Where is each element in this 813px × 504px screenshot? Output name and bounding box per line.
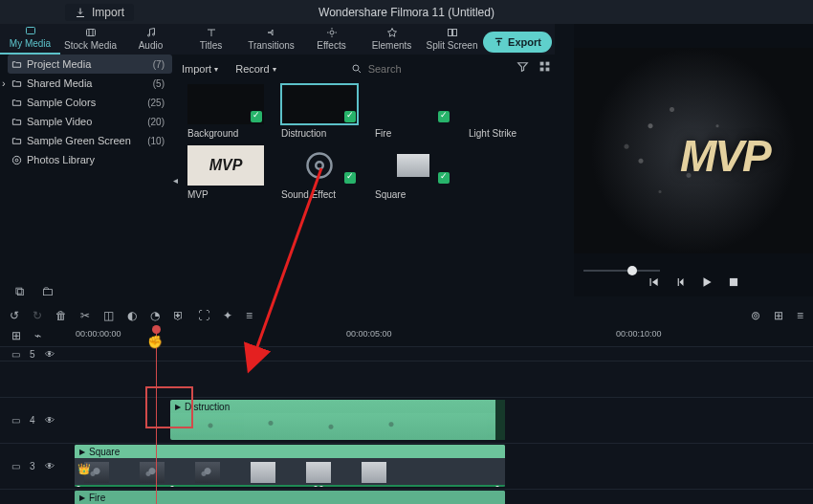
tab-transitions[interactable]: Transitions [241, 27, 301, 55]
keyframe-dot[interactable] [319, 486, 323, 487]
track-visibility-icon[interactable]: 👁 [45, 415, 55, 426]
filter-icon[interactable] [516, 59, 529, 77]
titlebar-import-label: Import [92, 6, 124, 19]
keyframe-dot[interactable] [77, 486, 80, 487]
browser-record-label: Record [235, 63, 269, 75]
search-icon [351, 63, 363, 75]
track-toggle-icon[interactable]: ▭ [11, 461, 20, 471]
svg-rect-11 [546, 62, 550, 66]
folder-project-media[interactable]: Project Media (7) [8, 55, 172, 74]
expand-icon[interactable]: ⛶ [198, 309, 209, 322]
keyframe-dot[interactable] [314, 486, 318, 487]
track-visibility-icon[interactable]: 👁 [45, 349, 55, 360]
track-visibility-icon[interactable]: 👁 [45, 461, 55, 471]
folder-sample-colors[interactable]: Sample Colors (25) [8, 93, 172, 112]
folder-sample-green-screen[interactable]: Sample Green Screen (10) [8, 131, 172, 150]
tab-label: Elements [372, 40, 412, 51]
svg-rect-0 [26, 28, 34, 34]
search-input[interactable] [368, 63, 473, 75]
timeline-clip-square[interactable]: ▶Square 👑 [75, 445, 505, 487]
more-icon[interactable]: ≡ [246, 309, 253, 322]
folder-shared-media[interactable]: › Shared Media (5) [8, 74, 172, 93]
folder-sample-video[interactable]: Sample Video (20) [8, 112, 172, 131]
svg-point-15 [316, 162, 323, 169]
svg-point-7 [12, 156, 20, 164]
track-toggle-icon[interactable]: ▭ [11, 415, 20, 426]
delete-icon[interactable]: 🗑 [55, 309, 67, 322]
tab-my-media[interactable]: My Media [0, 25, 60, 55]
clip-edge[interactable] [495, 400, 505, 440]
timeline-clip-fire[interactable]: ▶Fire [75, 491, 505, 504]
settings-icon[interactable]: ⊞ [774, 309, 783, 322]
tab-label: Effects [317, 40, 345, 51]
svg-rect-12 [540, 68, 544, 72]
slider-knob[interactable] [627, 266, 637, 275]
undo-icon[interactable]: ↺ [10, 309, 19, 322]
folder-count: (20) [147, 117, 165, 127]
tab-titles[interactable]: Titles [181, 27, 241, 55]
browser-import-dropdown[interactable]: Import ▾ [182, 63, 218, 75]
clip-label: Light Strike [469, 128, 545, 139]
clip-video-icon: ▶ [79, 448, 85, 456]
media-clip-square[interactable]: Square [375, 145, 451, 200]
check-icon [344, 111, 356, 122]
tab-effects[interactable]: Effects [301, 27, 362, 55]
timeline-clip-distruction[interactable]: ▶Distruction [170, 400, 505, 440]
preview-video[interactable]: MVP [574, 48, 813, 253]
track-number: 4 [30, 415, 35, 426]
check-icon [344, 172, 356, 184]
tab-split-screen[interactable]: Split Screen [422, 27, 482, 55]
cut-icon[interactable]: ✂ [80, 309, 90, 322]
folder-photos-library[interactable]: Photos Library [8, 150, 172, 169]
svg-point-4 [330, 31, 334, 34]
crop-icon[interactable]: ◫ [103, 309, 114, 322]
tab-label: Transitions [248, 40, 295, 51]
folder-label: Sample Green Screen [27, 135, 131, 146]
media-clip-distruction[interactable]: Distruction [281, 84, 358, 139]
folder-label: Project Media [27, 58, 91, 70]
prev-frame-button[interactable] [647, 275, 660, 289]
menu-icon[interactable]: ≡ [797, 309, 803, 322]
new-bin-icon[interactable]: ⧉ [15, 284, 24, 299]
svg-point-2 [147, 34, 149, 36]
folder-label: Sample Colors [27, 97, 96, 108]
svg-point-3 [152, 33, 154, 35]
export-button[interactable]: Export [483, 32, 552, 53]
keyframe-icon[interactable]: ✦ [223, 309, 232, 322]
media-clip-background[interactable]: Background [187, 84, 264, 139]
grid-view-icon[interactable] [538, 59, 551, 77]
timeline-ruler[interactable]: 00:00:00:00 00:00:05:00 00:00:10:00 [11, 329, 813, 342]
browser-record-dropdown[interactable]: Record ▾ [235, 63, 275, 75]
new-folder-icon[interactable]: 🗀 [41, 284, 54, 299]
play-button[interactable] [700, 275, 714, 289]
redo-icon[interactable]: ↻ [33, 309, 42, 322]
folder-count: (5) [153, 78, 165, 89]
tab-label: Stock Media [64, 40, 117, 51]
collapse-sidebar-icon[interactable]: ◂ [173, 175, 178, 186]
tab-stock-media[interactable]: Stock Media [60, 27, 121, 55]
media-clip-light-strike[interactable]: Light Strike [469, 84, 545, 139]
playhead[interactable] [156, 327, 157, 504]
stop-button[interactable] [727, 275, 740, 289]
preview-progress-slider[interactable] [583, 270, 660, 272]
titlebar-import-button[interactable]: Import [65, 4, 134, 21]
media-clip-mvp[interactable]: MVPMVP [187, 145, 264, 200]
clip-audio-bar[interactable] [75, 485, 505, 487]
chevron-down-icon: ▾ [273, 65, 276, 74]
tab-audio[interactable]: Audio [121, 27, 181, 55]
speed-icon[interactable]: ◐ [127, 309, 137, 322]
keyframe-dot[interactable] [170, 486, 174, 487]
mixer-icon[interactable]: ⊚ [751, 309, 760, 322]
keyframe-dot[interactable] [495, 486, 499, 487]
marker-icon[interactable]: ⛨ [173, 309, 185, 322]
media-clip-sound-effect[interactable]: Sound Effect [281, 145, 358, 200]
clip-label: MVP [187, 189, 264, 200]
step-back-button[interactable] [673, 275, 687, 289]
folder-count: (10) [147, 136, 165, 146]
tab-elements[interactable]: Elements [362, 27, 422, 55]
track-toggle-icon[interactable]: ▭ [11, 349, 20, 360]
media-clip-fire[interactable]: Fire [375, 84, 451, 139]
clip-thumb [195, 462, 220, 483]
color-icon[interactable]: ◔ [150, 309, 160, 322]
export-up-icon [494, 37, 504, 48]
